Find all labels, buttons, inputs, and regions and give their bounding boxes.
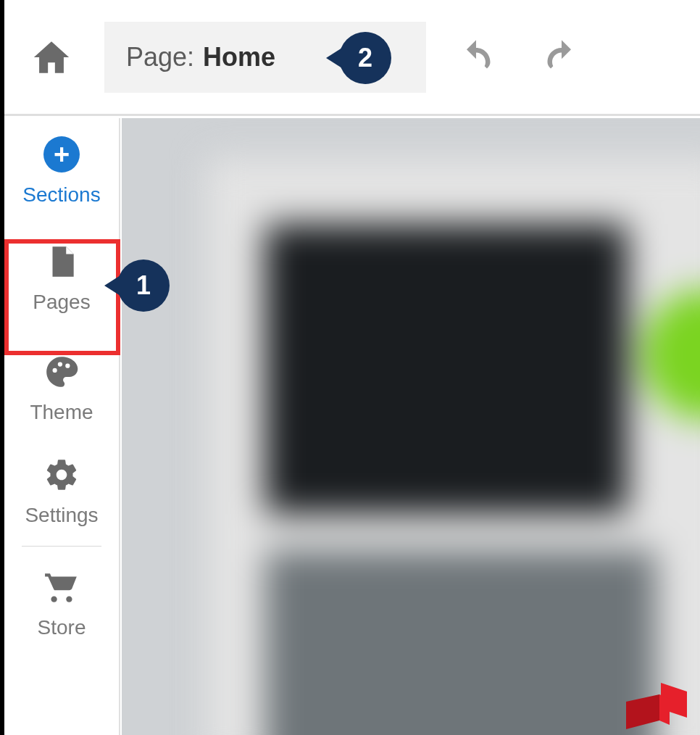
sidebar-divider <box>22 546 101 547</box>
svg-point-2 <box>65 364 70 368</box>
svg-marker-4 <box>626 694 659 729</box>
editor-canvas[interactable] <box>122 118 700 735</box>
sidebar-item-sections[interactable]: + Sections <box>4 118 119 221</box>
page-label: Page: <box>126 42 194 72</box>
gear-icon <box>43 456 80 494</box>
cart-icon <box>43 568 80 606</box>
callout-badge-2: 2 <box>339 32 391 84</box>
sidebar-item-label: Theme <box>30 401 93 424</box>
callout-number: 2 <box>358 43 372 73</box>
undo-button[interactable] <box>455 36 497 78</box>
svg-point-0 <box>53 368 57 373</box>
sidebar-item-label: Settings <box>25 504 98 527</box>
callout-tail <box>326 48 342 68</box>
sidebar-item-theme[interactable]: Theme <box>4 336 119 439</box>
palette-icon <box>43 353 80 391</box>
svg-marker-5 <box>659 694 670 725</box>
undo-icon <box>457 38 495 76</box>
callout-tail <box>104 275 120 296</box>
left-sidebar: + Sections Pages Theme Settings Store <box>4 118 120 735</box>
page-icon <box>43 243 80 281</box>
home-button[interactable] <box>28 33 75 81</box>
top-toolbar: Page: Home 2 <box>4 0 700 116</box>
page-name: Home <box>203 42 275 72</box>
sidebar-item-label: Sections <box>22 183 100 207</box>
redo-icon <box>543 38 580 76</box>
redo-button[interactable] <box>541 36 583 78</box>
callout-number: 1 <box>136 270 151 301</box>
sidebar-item-label: Store <box>38 616 86 639</box>
sidebar-item-label: Pages <box>33 291 90 314</box>
page-preview <box>207 159 700 735</box>
callout-badge-1: 1 <box>117 259 170 312</box>
brand-logo <box>617 673 690 731</box>
svg-point-1 <box>58 362 62 366</box>
sidebar-item-settings[interactable]: Settings <box>4 439 119 541</box>
plus-circle-icon: + <box>43 136 80 173</box>
home-icon <box>30 36 72 78</box>
sidebar-item-store[interactable]: Store <box>4 551 119 654</box>
sidebar-item-pages[interactable]: Pages <box>4 221 119 336</box>
